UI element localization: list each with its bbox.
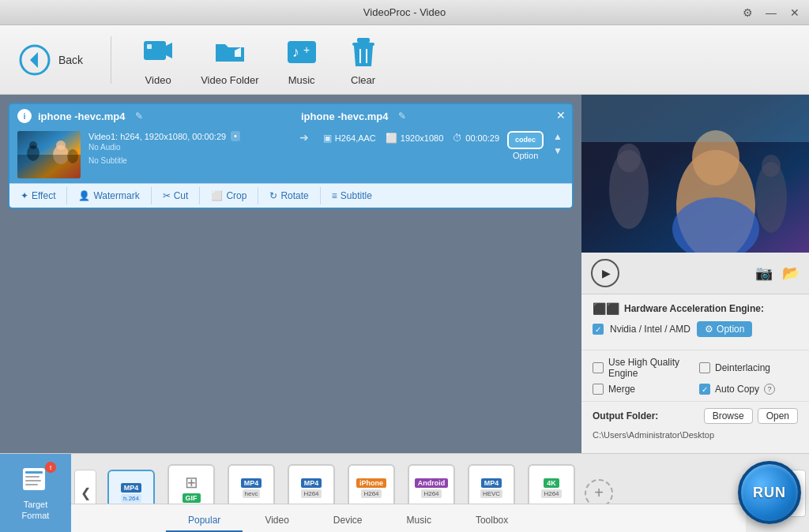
subtitle-icon: ≡ xyxy=(332,190,337,201)
video-card-body: Video1: h264, 1920x1080, 00:00:29 • No A… xyxy=(9,128,572,183)
audio-detail: No Audio xyxy=(88,143,121,152)
play-button[interactable]: ▶ xyxy=(591,259,619,287)
rotate-button[interactable]: ↻ Rotate xyxy=(258,187,320,204)
chip-icon: ⬛⬛ xyxy=(593,302,619,315)
high-quality-checkbox[interactable] xyxy=(593,362,604,373)
scroll-arrows: ▲ ▼ xyxy=(551,131,564,156)
run-button[interactable]: RUN xyxy=(738,461,801,524)
tab-video[interactable]: Video xyxy=(243,510,310,532)
svg-rect-26 xyxy=(581,95,809,142)
video-details-right: ▣ H264,AAC ⬜ 1920x1080 ⏱ 00:00:29 xyxy=(323,131,499,144)
music-label: Music xyxy=(288,74,315,86)
mp4-h264b-sub: H264 xyxy=(301,489,321,498)
subtitle-button[interactable]: ≡ Subtitle xyxy=(321,187,383,204)
detail-badge: • xyxy=(231,131,240,141)
output-folder-title: Output Folder: xyxy=(593,410,658,421)
tab-music[interactable]: Music xyxy=(385,510,453,532)
auto-copy-option: ✓ Auto Copy ? xyxy=(699,384,798,395)
right-panel: ▶ 📷 📂 ⬛⬛ Hardware Acceleration Engine: ✓… xyxy=(581,95,809,453)
browse-button[interactable]: Browse xyxy=(704,408,753,424)
output-folder-header: Output Folder: Browse Open xyxy=(593,408,798,424)
deinterlacing-label: Deinterlacing xyxy=(715,362,770,373)
audio-detail-row: No Audio xyxy=(88,143,285,152)
format-sub-tag: h.264 xyxy=(121,494,141,503)
option-gear-icon: ⚙ xyxy=(705,324,713,335)
crop-label: Crop xyxy=(226,190,246,201)
option-button[interactable]: ⚙ Option xyxy=(697,321,752,337)
video-button[interactable]: Video xyxy=(139,33,177,86)
output-info: ▣ H264,AAC ⬜ 1920x1080 ⏱ 00:00:29 xyxy=(323,133,499,144)
svg-point-18 xyxy=(67,149,78,163)
effect-button[interactable]: ✦ Effect xyxy=(9,187,67,204)
tab-bar: Popular Video Device Music Toolbox xyxy=(71,504,746,532)
merge-checkbox[interactable] xyxy=(593,384,604,395)
video-details-left: Video1: h264, 1920x1080, 00:00:29 • No A… xyxy=(88,131,285,165)
video-folder-button[interactable]: Video Folder xyxy=(201,33,258,86)
iphone-sub: H264 xyxy=(361,489,381,498)
video-card: i iphone -hevc.mp4 ✎ iphone -hevc.mp4 ✎ … xyxy=(8,103,574,209)
hardware-accel-section: ⬛⬛ Hardware Acceleration Engine: ✓ Nvidi… xyxy=(581,294,809,350)
resolution-icon: ⬜ xyxy=(386,133,397,144)
video-codec-info: Video1: h264, 1920x1080, 00:00:29 xyxy=(88,132,226,141)
close-button[interactable]: ✕ xyxy=(787,6,803,19)
back-button[interactable]: Back xyxy=(16,41,83,79)
settings-button[interactable]: ⚙ xyxy=(739,6,755,19)
codec-button[interactable]: codec xyxy=(507,131,544,149)
svg-rect-32 xyxy=(25,484,38,485)
high-quality-option: Use High Quality Engine xyxy=(593,357,691,379)
cut-button[interactable]: ✂ Cut xyxy=(152,187,201,204)
close-card-button[interactable]: ✕ xyxy=(556,109,566,122)
options-grid: Use High Quality Engine Deinterlacing Me… xyxy=(581,350,809,402)
subtitle-detail: No Subtitle xyxy=(88,156,127,165)
arrow-separator: ➜ xyxy=(293,131,315,144)
gif-tag: GIF xyxy=(182,493,201,503)
open-folder-button[interactable]: Open xyxy=(758,408,798,424)
svg-rect-4 xyxy=(147,44,152,49)
deinterlacing-checkbox[interactable] xyxy=(699,362,710,373)
clear-button[interactable]: Clear xyxy=(344,33,382,86)
music-button[interactable]: ♪ + Music xyxy=(283,33,321,86)
tab-toolbox[interactable]: Toolbox xyxy=(453,510,530,532)
scroll-down-button[interactable]: ▼ xyxy=(553,145,563,156)
screenshot-icon[interactable]: 📷 xyxy=(755,264,773,282)
crop-button[interactable]: ⬜ Crop xyxy=(200,187,258,204)
output-folder-section: Output Folder: Browse Open C:\Users\Admi… xyxy=(581,402,809,448)
svg-rect-31 xyxy=(25,480,41,481)
video-folder-icon xyxy=(211,33,249,71)
subtitle-detail-row: No Subtitle xyxy=(88,156,285,165)
hw-title: ⬛⬛ Hardware Acceleration Engine: xyxy=(593,302,798,315)
subtitle-label: Subtitle xyxy=(341,190,372,201)
crop-icon: ⬜ xyxy=(211,190,223,201)
resolution-info-item: ⬜ 1920x1080 xyxy=(386,133,443,144)
nvidia-checkbox[interactable]: ✓ xyxy=(593,324,604,335)
edit-pen-icon[interactable]: ✎ xyxy=(135,111,143,122)
rotate-icon: ↻ xyxy=(269,190,277,201)
duration-icon: ⏱ xyxy=(453,133,462,144)
scroll-up-button[interactable]: ▲ xyxy=(553,131,563,142)
codec-option-label[interactable]: Option xyxy=(513,151,538,160)
run-label: RUN xyxy=(753,485,786,501)
merge-option: Merge xyxy=(593,384,691,395)
svg-text:+: + xyxy=(303,43,310,56)
video-filename: iphone -hevc.mp4 xyxy=(38,111,126,122)
auto-copy-help[interactable]: ? xyxy=(764,384,775,395)
merge-label: Merge xyxy=(608,384,635,395)
main-area: i iphone -hevc.mp4 ✎ iphone -hevc.mp4 ✎ … xyxy=(0,95,809,453)
tab-device[interactable]: Device xyxy=(311,510,385,532)
output-edit-icon[interactable]: ✎ xyxy=(398,111,406,122)
title-bar: VideoProc - Video ⚙ — ✕ xyxy=(0,0,809,25)
preview-controls: ▶ 📷 📂 xyxy=(581,253,809,294)
target-format-button[interactable]: ! TargetFormat xyxy=(0,454,71,532)
tab-popular[interactable]: Popular xyxy=(166,510,243,532)
minimize-button[interactable]: — xyxy=(763,6,779,19)
auto-copy-checkbox[interactable]: ✓ xyxy=(699,384,710,395)
svg-point-23 xyxy=(617,144,641,172)
clear-label: Clear xyxy=(351,74,375,86)
watermark-button[interactable]: 👤 Watermark xyxy=(67,187,151,204)
info-icon[interactable]: i xyxy=(17,109,32,123)
deinterlacing-option: Deinterlacing xyxy=(699,357,798,379)
toolbar: Back Video Video Folder ♪ + xyxy=(0,25,809,95)
4k-tag: 4K xyxy=(544,478,559,488)
open-file-icon[interactable]: 📂 xyxy=(782,264,800,282)
svg-rect-13 xyxy=(17,131,81,178)
